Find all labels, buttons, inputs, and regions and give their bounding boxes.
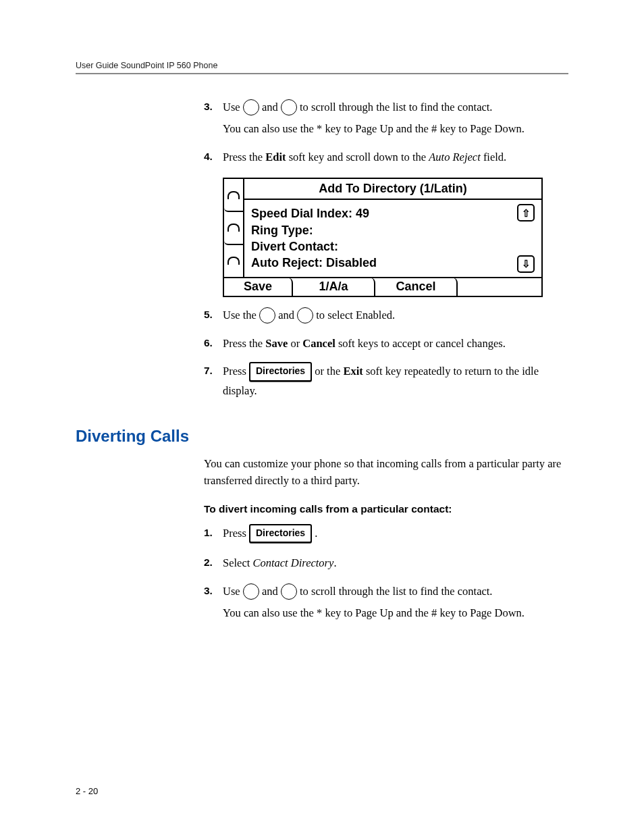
step-number: 3.	[204, 583, 223, 626]
text-bold: Exit	[343, 365, 363, 377]
screen-line: Divert Contact:	[251, 238, 508, 255]
screen-line: Auto Reject: Disabled	[251, 255, 508, 271]
text: to scroll through the list to find the c…	[300, 585, 493, 598]
phone-screen-figure: Add To Directory (1/Latin) Speed Dial In…	[223, 178, 568, 296]
left-arrow-icon	[259, 307, 275, 323]
step-b3: 3. Use and to scroll through the list to…	[204, 583, 568, 626]
text: Press	[223, 527, 249, 540]
directories-key-icon: Directories	[249, 524, 312, 544]
text-bold: Edit	[265, 151, 286, 163]
text: Press	[223, 365, 249, 377]
directories-key-icon: Directories	[249, 362, 312, 382]
text: Press the	[223, 337, 265, 350]
line-key-icon	[224, 179, 243, 212]
text: to scroll through the list to find the c…	[300, 101, 493, 113]
text-italic: Auto Reject	[429, 151, 481, 163]
step-number: 5.	[204, 307, 223, 328]
softkey-cancel: Cancel	[375, 278, 458, 296]
text: soft keys to accept or cancel changes.	[336, 337, 506, 350]
step-number: 4.	[204, 149, 223, 170]
text: to select Enabled.	[316, 309, 395, 321]
running-header: User Guide SoundPoint IP 560 Phone	[76, 61, 568, 70]
section-heading-diverting-calls: Diverting Calls	[76, 427, 568, 446]
scroll-up-icon: ⇧	[517, 204, 535, 221]
softkey-mode: 1/A/a	[293, 278, 375, 296]
right-arrow-icon	[297, 307, 313, 323]
step-number: 2.	[204, 554, 223, 576]
scroll-indicator: ⇧ ⇩	[514, 200, 541, 276]
softkey-save: Save	[224, 278, 293, 296]
header-rule	[76, 73, 568, 74]
text: You can also use the * key to Page Up an…	[223, 604, 568, 622]
step-number: 6.	[204, 335, 223, 357]
step-number: 3.	[204, 99, 223, 142]
line-key-icon	[224, 212, 243, 245]
down-arrow-icon	[281, 583, 297, 600]
up-arrow-icon	[243, 99, 259, 115]
text: Use the	[223, 309, 259, 321]
text: or	[288, 337, 302, 350]
text: Use	[223, 585, 243, 598]
screen-content: Speed Dial Index: 49 Ring Type: Divert C…	[244, 200, 514, 276]
section-body: You can customize your phone so that inc…	[204, 455, 568, 626]
text: Select	[223, 556, 252, 569]
step-number: 7.	[204, 363, 223, 403]
text-italic: Contact Directory	[252, 556, 333, 569]
step-6: 6. Press the Save or Cancel soft keys to…	[204, 335, 568, 357]
text: Press the	[223, 151, 265, 163]
scroll-down-icon: ⇩	[517, 255, 535, 273]
text: or the	[315, 365, 343, 377]
step-3: 3. Use and to scroll through the list to…	[204, 99, 568, 142]
screen-line: Speed Dial Index: 49	[251, 205, 508, 221]
steps-group-a: 3. Use and to scroll through the list to…	[204, 99, 568, 404]
softkey-row: Save 1/A/a Cancel	[224, 277, 541, 296]
step-5: 5. Use the and to select Enabled.	[204, 307, 568, 328]
text: field.	[481, 151, 507, 163]
text-bold: Cancel	[302, 337, 336, 350]
paragraph: You can customize your phone so that inc…	[204, 455, 568, 490]
text: and	[262, 101, 281, 113]
line-key-icon	[224, 245, 243, 277]
text: .	[315, 527, 317, 540]
down-arrow-icon	[281, 99, 297, 115]
step-number: 1.	[204, 525, 223, 548]
text: .	[333, 556, 336, 569]
page: User Guide SoundPoint IP 560 Phone 3. Us…	[0, 0, 644, 834]
text: and	[262, 585, 281, 598]
softkey-empty	[458, 278, 541, 296]
text: Use	[223, 101, 243, 113]
text-bold: Save	[265, 337, 288, 350]
line-key-sidebar	[224, 179, 244, 276]
page-number: 2 - 20	[76, 786, 98, 796]
step-b1: 1. Press Directories .	[204, 525, 568, 548]
up-arrow-icon	[243, 583, 259, 600]
sub-heading: To divert incoming calls from a particul…	[204, 503, 568, 515]
screen-title: Add To Directory (1/Latin)	[244, 179, 541, 200]
step-4: 4. Press the Edit soft key and scroll do…	[204, 149, 568, 170]
text: soft key and scroll down to the	[286, 151, 429, 163]
step-7: 7. Press Directories or the Exit soft ke…	[204, 363, 568, 403]
step-b2: 2. Select Contact Directory.	[204, 554, 568, 576]
text: and	[278, 309, 297, 321]
screen-line: Ring Type:	[251, 222, 508, 238]
text: You can also use the * key to Page Up an…	[223, 120, 568, 138]
phone-screen: Add To Directory (1/Latin) Speed Dial In…	[223, 178, 543, 296]
